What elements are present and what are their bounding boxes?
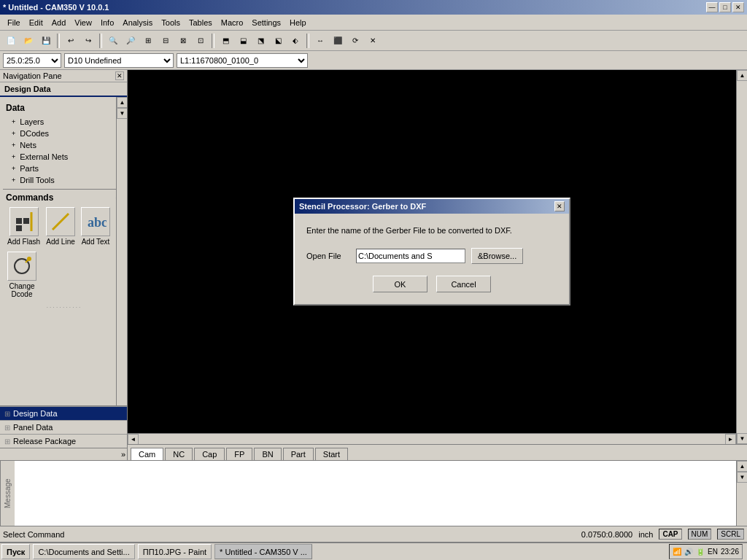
menu-analysis[interactable]: Analysis bbox=[118, 17, 157, 28]
svg-point-7 bbox=[27, 257, 31, 261]
expand-layers-icon: + bbox=[12, 118, 15, 125]
canvas-tab-start[interactable]: Start bbox=[315, 448, 348, 460]
commands-section: Commands ▲ bbox=[3, 189, 124, 303]
redo-button[interactable]: ↪ bbox=[80, 33, 96, 49]
maximize-button[interactable]: □ bbox=[719, 2, 731, 12]
tool-3[interactable]: ⊞ bbox=[140, 33, 156, 49]
expand-panel-btn[interactable]: » bbox=[0, 448, 127, 460]
add-line-icon bbox=[46, 207, 75, 236]
layers-label: Layers bbox=[20, 117, 44, 126]
tree-item-external-nets[interactable]: + External Nets bbox=[6, 151, 121, 163]
msg-scroll-down[interactable]: ▼ bbox=[737, 472, 747, 483]
nav-tab-design-data-label: Design Data bbox=[13, 409, 58, 418]
tree-item-drill-tools[interactable]: + Drill Tools bbox=[6, 174, 121, 186]
tool-7[interactable]: ⬒ bbox=[217, 33, 233, 49]
nav-tab-release-package[interactable]: ⊞ Release Package bbox=[0, 434, 127, 448]
canvas-tab-fp[interactable]: FP bbox=[226, 448, 252, 460]
tool-2[interactable]: 🔎 bbox=[123, 33, 139, 49]
canvas-tab-bn[interactable]: BN bbox=[254, 448, 281, 460]
taskbar-item-paint[interactable]: ПП10.JPG - Paint bbox=[138, 544, 212, 559]
data-section: Data ▲ + Layers + DCodes + bbox=[3, 100, 124, 189]
menu-add[interactable]: Add bbox=[47, 17, 71, 28]
command-add-text[interactable]: abc Add Text bbox=[80, 206, 112, 247]
scroll-h-track[interactable] bbox=[139, 434, 725, 444]
tool-8[interactable]: ⬓ bbox=[235, 33, 251, 49]
external-nets-label: External Nets bbox=[20, 152, 68, 161]
scroll-left-btn[interactable]: ◄ bbox=[128, 434, 139, 445]
battery-icon: 🔋 bbox=[696, 548, 705, 556]
tool-10[interactable]: ⬕ bbox=[270, 33, 286, 49]
ok-button[interactable]: OK bbox=[373, 276, 427, 292]
menu-help[interactable]: Help bbox=[285, 17, 311, 28]
change-dcode-label: ChangeDcode bbox=[9, 282, 34, 298]
tool-14[interactable]: ⟳ bbox=[347, 33, 363, 49]
browse-button[interactable]: &Browse... bbox=[471, 248, 523, 264]
message-content[interactable] bbox=[15, 461, 736, 526]
tool-12[interactable]: ↔ bbox=[312, 33, 328, 49]
canvas-tab-part[interactable]: Part bbox=[283, 448, 314, 460]
scroll-v-track[interactable] bbox=[737, 81, 747, 433]
menu-tables[interactable]: Tables bbox=[185, 17, 217, 28]
left-panel: Navigation Pane ✕ Design Data Data ▲ bbox=[0, 70, 128, 460]
menu-settings[interactable]: Settings bbox=[247, 17, 285, 28]
panel-scrollbar: ▲ ▼ bbox=[116, 97, 127, 405]
canvas-tab-nc[interactable]: NC bbox=[165, 448, 193, 460]
systray: 📶 🔊 🔋 EN 23:26 bbox=[669, 544, 743, 559]
nav-tab-panel-data[interactable]: ⊞ Panel Data bbox=[0, 420, 127, 434]
canvas-area[interactable]: Stencil Processor: Gerber to DXF ✕ Enter… bbox=[128, 70, 736, 433]
start-button[interactable]: Пуск bbox=[1, 544, 30, 559]
taskbar-item-cam[interactable]: * Untitled - CAM350 V ... bbox=[214, 544, 312, 559]
taskbar-item-docs[interactable]: C:\Documents and Setti... bbox=[33, 544, 134, 559]
menu-view[interactable]: View bbox=[70, 17, 96, 28]
panel-scroll-up[interactable]: ▲ bbox=[117, 97, 127, 108]
scroll-right-btn[interactable]: ► bbox=[725, 434, 736, 445]
canvas-tab-cam[interactable]: Cam bbox=[131, 448, 163, 460]
net-dropdown[interactable]: L1:11670800_0100_0 bbox=[177, 53, 308, 68]
expand-parts-icon: + bbox=[12, 165, 15, 172]
menu-macro[interactable]: Macro bbox=[217, 17, 248, 28]
release-package-icon: ⊞ bbox=[4, 438, 10, 446]
tree-item-layers[interactable]: + Layers bbox=[6, 116, 121, 128]
canvas-main: Stencil Processor: Gerber to DXF ✕ Enter… bbox=[128, 70, 747, 444]
command-add-flash[interactable]: Add Flash bbox=[6, 206, 42, 247]
tree-item-parts[interactable]: + Parts bbox=[6, 163, 121, 174]
scroll-down-btn[interactable]: ▼ bbox=[737, 433, 747, 444]
dialog-message: Enter the name of the Gerber File to be … bbox=[306, 225, 557, 236]
menu-tools[interactable]: Tools bbox=[157, 17, 185, 28]
scroll-up-btn[interactable]: ▲ bbox=[737, 70, 747, 81]
close-button[interactable]: ✕ bbox=[732, 2, 744, 12]
new-button[interactable]: 📄 bbox=[3, 33, 19, 49]
tool-6[interactable]: ⊡ bbox=[193, 33, 209, 49]
save-button[interactable]: 💾 bbox=[38, 33, 54, 49]
canvas-tab-cap[interactable]: Cap bbox=[194, 448, 225, 460]
minimize-button[interactable]: — bbox=[706, 2, 718, 12]
tool-1[interactable]: 🔍 bbox=[105, 33, 121, 49]
tree-item-dcodes[interactable]: + DCodes bbox=[6, 128, 121, 139]
scrl-indicator: SCRL bbox=[717, 529, 744, 540]
tool-13[interactable]: ⬛ bbox=[330, 33, 346, 49]
undo-button[interactable]: ↩ bbox=[63, 33, 79, 49]
tool-5[interactable]: ⊠ bbox=[175, 33, 191, 49]
dialog-close-button[interactable]: ✕ bbox=[554, 201, 565, 211]
cancel-button[interactable]: Cancel bbox=[436, 276, 491, 292]
command-add-line[interactable]: Add Line bbox=[44, 206, 77, 247]
layer-dropdown[interactable]: D10 Undefined bbox=[64, 53, 174, 68]
tool-15[interactable]: ✕ bbox=[365, 33, 381, 49]
menu-info[interactable]: Info bbox=[96, 17, 118, 28]
open-button[interactable]: 📂 bbox=[20, 33, 36, 49]
tool-4[interactable]: ⊟ bbox=[158, 33, 174, 49]
nav-tab-design-data[interactable]: ⊞ Design Data bbox=[0, 406, 127, 420]
zoom-dropdown[interactable]: 25.0:25.0 bbox=[3, 53, 61, 68]
menu-file[interactable]: File bbox=[3, 17, 25, 28]
command-change-dcode[interactable]: ChangeDcode bbox=[6, 250, 38, 300]
nav-close-button[interactable]: ✕ bbox=[115, 71, 124, 80]
panel-scroll-down[interactable]: ▼ bbox=[117, 108, 127, 119]
open-file-input[interactable] bbox=[356, 249, 465, 263]
design-data-tab[interactable]: Design Data bbox=[0, 82, 127, 97]
nav-tab-release-package-label: Release Package bbox=[13, 437, 76, 446]
tree-item-nets[interactable]: + Nets bbox=[6, 139, 121, 151]
menu-edit[interactable]: Edit bbox=[25, 17, 47, 28]
msg-scroll-up[interactable]: ▲ bbox=[737, 461, 747, 472]
tool-9[interactable]: ⬔ bbox=[252, 33, 268, 49]
tool-11[interactable]: ⬖ bbox=[287, 33, 303, 49]
